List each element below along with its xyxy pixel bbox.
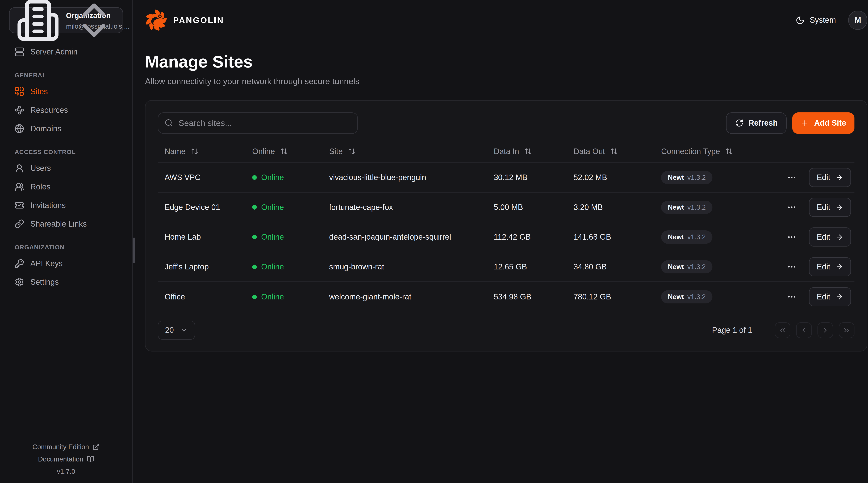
brand-logo[interactable]: PANGOLIN bbox=[145, 9, 224, 31]
row-menu-button[interactable] bbox=[787, 173, 797, 182]
data-out-cell: 3.20 MB bbox=[567, 203, 654, 212]
sort-icon bbox=[348, 148, 355, 155]
version-label: v1.7.0 bbox=[0, 465, 132, 478]
page-title: Manage Sites bbox=[145, 52, 867, 72]
column-header-label: Site bbox=[329, 147, 343, 156]
column-header-name[interactable]: Name bbox=[158, 147, 245, 156]
sidebar-item-roles[interactable]: Roles bbox=[9, 178, 123, 196]
site-slug-cell: vivacious-little-blue-penguin bbox=[322, 173, 487, 182]
column-header-online[interactable]: Online bbox=[245, 147, 322, 156]
sidebar-section: ORGANIZATION API Keys Settings bbox=[9, 244, 123, 291]
sidebar-item-label: Sites bbox=[30, 87, 48, 96]
refresh-label: Refresh bbox=[748, 119, 778, 128]
pagination: 20 Page 1 of 1 bbox=[158, 321, 855, 340]
sidebar-item-label: Settings bbox=[30, 278, 59, 287]
connection-version: v1.3.2 bbox=[687, 174, 706, 181]
ellipsis-icon bbox=[787, 173, 797, 182]
app-root: Organization milo@fossorial.io's ... Ser… bbox=[0, 0, 868, 483]
sidebar-item-shareable-links[interactable]: Shareable Links bbox=[9, 215, 123, 233]
column-header-label: Name bbox=[164, 147, 186, 156]
site-name-cell: Office bbox=[158, 292, 245, 301]
main-area: PANGOLIN System M Manage Sites Allow con… bbox=[133, 0, 868, 483]
documentation-link[interactable]: Documentation bbox=[0, 453, 132, 465]
site-slug-cell: fortunate-cape-fox bbox=[322, 203, 487, 212]
sidebar-footer: Community Edition Documentation v1.7.0 bbox=[0, 434, 132, 483]
page-status: Page 1 of 1 bbox=[712, 326, 752, 335]
org-selector[interactable]: Organization milo@fossorial.io's ... bbox=[9, 7, 123, 33]
add-site-button[interactable]: Add Site bbox=[792, 112, 855, 134]
sidebar-item-label: Invitations bbox=[30, 201, 66, 210]
page-content: Manage Sites Allow connectivity to your … bbox=[133, 40, 868, 352]
edit-button[interactable]: Edit bbox=[809, 198, 851, 217]
arrow-right-icon bbox=[835, 233, 843, 241]
connection-type-badge: Newt v1.3.2 bbox=[661, 290, 712, 303]
site-name-cell: Jeff's Laptop bbox=[158, 262, 245, 271]
sidebar-item-users[interactable]: Users bbox=[9, 159, 123, 178]
arrow-right-icon bbox=[835, 263, 843, 271]
refresh-icon bbox=[735, 119, 744, 127]
theme-toggle[interactable]: System bbox=[796, 15, 836, 25]
user-icon bbox=[14, 164, 24, 173]
last-page-button[interactable] bbox=[839, 322, 855, 338]
page-size-select[interactable]: 20 bbox=[158, 321, 195, 340]
ellipsis-icon bbox=[787, 232, 797, 242]
column-header-label: Connection Type bbox=[661, 147, 720, 156]
data-out-cell: 780.12 GB bbox=[567, 292, 654, 301]
online-status-dot bbox=[252, 265, 257, 269]
column-header-label: Online bbox=[252, 147, 275, 156]
edit-button[interactable]: Edit bbox=[809, 287, 851, 307]
sort-icon bbox=[610, 148, 618, 155]
sidebar-item-settings[interactable]: Settings bbox=[9, 273, 123, 291]
sidebar-item-label: Domains bbox=[30, 124, 61, 133]
sidebar-item-server-admin[interactable]: Server Admin bbox=[9, 43, 123, 61]
moon-icon bbox=[796, 16, 805, 25]
sidebar-scrollbar-thumb[interactable] bbox=[133, 237, 135, 263]
search-input[interactable] bbox=[158, 112, 358, 134]
row-menu-button[interactable] bbox=[787, 292, 797, 301]
table-toolbar: Refresh Add Site bbox=[158, 112, 855, 134]
sidebar-section: GENERAL Sites Resources Domains bbox=[9, 72, 123, 138]
first-page-button[interactable] bbox=[775, 322, 790, 338]
column-header-connection-type[interactable]: Connection Type bbox=[654, 147, 787, 156]
online-status-dot bbox=[252, 235, 257, 239]
pangolin-logo-icon bbox=[145, 9, 167, 31]
gear-icon bbox=[14, 277, 24, 287]
sidebar-item-label: Users bbox=[30, 164, 51, 173]
row-menu-button[interactable] bbox=[787, 262, 797, 271]
connection-version: v1.3.2 bbox=[687, 203, 706, 211]
column-header-data-in[interactable]: Data In bbox=[487, 147, 567, 156]
theme-toggle-label: System bbox=[810, 15, 836, 25]
edit-button[interactable]: Edit bbox=[809, 227, 851, 247]
sidebar-item-resources[interactable]: Resources bbox=[9, 101, 123, 119]
previous-page-button[interactable] bbox=[796, 322, 812, 338]
refresh-button[interactable]: Refresh bbox=[726, 112, 786, 134]
edit-button[interactable]: Edit bbox=[809, 257, 851, 277]
online-status-dot bbox=[252, 175, 257, 180]
edit-label: Edit bbox=[817, 232, 830, 242]
plus-icon bbox=[801, 119, 809, 127]
site-name-cell: AWS VPC bbox=[158, 173, 245, 182]
online-status-label: Online bbox=[261, 232, 284, 242]
community-edition-link[interactable]: Community Edition bbox=[0, 441, 132, 453]
row-menu-button[interactable] bbox=[787, 202, 797, 212]
edit-button[interactable]: Edit bbox=[809, 168, 851, 187]
column-header-site[interactable]: Site bbox=[322, 147, 487, 156]
row-menu-button[interactable] bbox=[787, 232, 797, 242]
sidebar-section-label: ORGANIZATION bbox=[9, 244, 123, 251]
waypoints-icon bbox=[14, 105, 24, 115]
key-icon bbox=[14, 259, 24, 268]
sidebar-item-label: API Keys bbox=[30, 259, 63, 268]
sidebar-item-invitations[interactable]: Invitations bbox=[9, 196, 123, 215]
globe-icon bbox=[14, 124, 24, 133]
sidebar-item-domains[interactable]: Domains bbox=[9, 119, 123, 138]
column-header-data-out[interactable]: Data Out bbox=[567, 147, 654, 156]
sidebar-item-api-keys[interactable]: API Keys bbox=[9, 254, 123, 273]
next-page-button[interactable] bbox=[817, 322, 833, 338]
connection-type-badge: Newt v1.3.2 bbox=[661, 201, 712, 214]
avatar[interactable]: M bbox=[848, 10, 867, 30]
data-in-cell: 30.12 MB bbox=[487, 173, 567, 182]
sidebar-item-sites[interactable]: Sites bbox=[9, 83, 123, 101]
data-out-cell: 141.68 GB bbox=[567, 232, 654, 242]
users-icon bbox=[14, 182, 24, 192]
data-in-cell: 12.65 GB bbox=[487, 262, 567, 271]
